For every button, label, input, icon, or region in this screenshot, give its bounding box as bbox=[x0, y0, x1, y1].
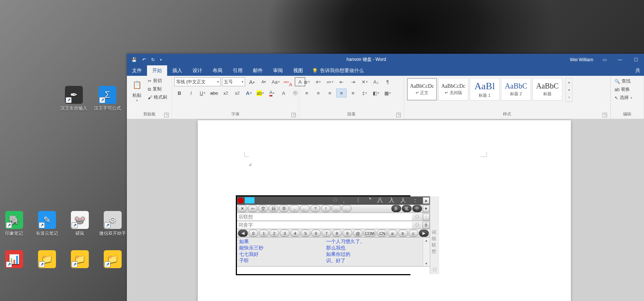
ime-digit-7[interactable]: 7 bbox=[322, 230, 331, 237]
ime-down-button[interactable]: ▼ bbox=[423, 205, 429, 212]
styles-launcher[interactable]: ↘ bbox=[603, 113, 607, 117]
ime-punct[interactable]: ？ bbox=[310, 205, 320, 212]
underline-button[interactable]: U▾ bbox=[197, 89, 208, 97]
ime-panel[interactable]: 《》 、 〈 〝 八 入 人 ： ▲ ✕⇦空回学，。？！…、多笔中▼ 后联想 《… bbox=[236, 195, 410, 275]
ime-punct[interactable]: ， bbox=[290, 205, 299, 212]
ime-digit-b[interactable]: b bbox=[398, 230, 408, 237]
ime-digit-0[interactable]: 0 bbox=[248, 230, 258, 237]
ime-punct[interactable]: … bbox=[331, 205, 341, 212]
increase-indent-button[interactable]: ⇥ bbox=[348, 77, 358, 86]
font-launcher[interactable]: ↘ bbox=[291, 113, 296, 117]
undo-icon[interactable]: ↶ bbox=[142, 57, 146, 62]
align-left-button[interactable]: ≡ bbox=[301, 89, 312, 97]
desktop-icon-hanwang-zodiac[interactable]: ✒↗汉王生肖输入 bbox=[60, 86, 88, 112]
find-button[interactable]: 🔍查找 bbox=[615, 78, 632, 84]
ime-predict-item[interactable]: 如果 bbox=[239, 238, 326, 245]
ime-key-学[interactable]: 学 bbox=[279, 205, 289, 212]
ime-key-空[interactable]: 空 bbox=[258, 205, 268, 212]
desktop-icon-wechat-multi[interactable]: ⚙↗微信双开助手 bbox=[99, 211, 127, 237]
ime-up-button[interactable]: ▲ bbox=[423, 197, 429, 204]
desktop-icon-folder2[interactable]: 📁↗ bbox=[66, 250, 94, 270]
enclose-char-button[interactable]: ㊥ bbox=[290, 89, 300, 97]
ime-digit-4[interactable]: 4 bbox=[290, 230, 300, 237]
ime-digits-next[interactable]: ▶ bbox=[419, 230, 429, 237]
ime-digit-8[interactable]: 8 bbox=[332, 230, 342, 237]
tab-视图[interactable]: 视图 bbox=[288, 65, 308, 76]
ime-predict-item[interactable]: 能快乐三秒 bbox=[239, 245, 326, 251]
borders-button[interactable]: ▦▾ bbox=[382, 89, 393, 97]
superscript-button[interactable]: x2 bbox=[232, 89, 243, 97]
justify-button[interactable]: ≡ bbox=[336, 89, 347, 97]
grow-font-button[interactable]: A▴ bbox=[247, 77, 257, 86]
tab-开始[interactable]: 开始 bbox=[147, 65, 167, 76]
bullets-button[interactable]: ≣▾ bbox=[301, 77, 312, 86]
shrink-font-button[interactable]: A▾ bbox=[259, 77, 269, 86]
ime-cand1[interactable]: 后联想 bbox=[237, 214, 412, 220]
ime-digit-2[interactable]: 2 bbox=[269, 230, 279, 237]
format-painter-button[interactable]: 🖌格式刷 bbox=[147, 94, 168, 101]
tab-设计[interactable]: 设计 bbox=[187, 65, 207, 76]
tab-邮件[interactable]: 邮件 bbox=[248, 65, 268, 76]
ime-predict-item[interactable]: 一个人习惯久了。 bbox=[326, 238, 413, 245]
ime-predict-item[interactable]: 七七我好 bbox=[239, 251, 326, 257]
ime-punct[interactable]: 。 bbox=[300, 205, 310, 212]
ime-key-回[interactable]: 回 bbox=[269, 205, 278, 212]
ime-punct[interactable]: 、 bbox=[342, 205, 351, 212]
ime-top-chars[interactable]: 、 〈 〝 八 入 人 ： bbox=[340, 197, 422, 204]
style-标题 1[interactable]: AaBl标题 1 bbox=[470, 78, 500, 100]
phonetic-guide-button[interactable]: wénA bbox=[282, 77, 293, 86]
ime-sound-button[interactable]: 音 bbox=[423, 222, 429, 229]
tell-me[interactable]: 💡告诉我你想要做什么 bbox=[308, 65, 368, 76]
tab-引用[interactable]: 引用 bbox=[228, 65, 248, 76]
ime-digits-prev[interactable]: ◀ bbox=[238, 230, 248, 237]
font-name-select[interactable]: 等线 (中文正文 bbox=[174, 77, 221, 86]
ime-selection[interactable] bbox=[245, 197, 254, 204]
ime-digit-COM[interactable]: COM bbox=[363, 230, 376, 237]
shading-button[interactable]: ◧▾ bbox=[371, 89, 381, 97]
desktop-icon-app-red[interactable]: 📊↗ bbox=[0, 250, 28, 270]
distributed-button[interactable]: ≡ bbox=[348, 89, 358, 97]
numbering-button[interactable]: ≡▾ bbox=[313, 77, 323, 86]
desktop-icon-youdao[interactable]: ✎↗有道云笔记 bbox=[33, 211, 61, 237]
select-button[interactable]: ↖选择▾ bbox=[615, 94, 632, 101]
italic-button[interactable]: I bbox=[186, 89, 196, 97]
ime-digit-@[interactable]: @ bbox=[353, 230, 363, 237]
asian-layout-button[interactable]: ✕▾ bbox=[359, 77, 370, 86]
tab-审阅[interactable]: 审阅 bbox=[268, 65, 288, 76]
desktop-icon-shuoshu[interactable]: 🐭↗硕鼠 bbox=[66, 211, 94, 237]
cut-button[interactable]: ✂剪切 bbox=[147, 77, 168, 84]
ime-mode-多[interactable]: 多 bbox=[391, 205, 401, 212]
replace-button[interactable]: ab替换 bbox=[615, 86, 632, 93]
minimize-button[interactable]: — bbox=[616, 55, 625, 64]
ime-cand2-page[interactable]: 《》 bbox=[412, 222, 422, 228]
ime-predict-list[interactable]: 如果能快乐三秒七七我好子听一个人习惯久了。那么我也如果你过的识。好了 bbox=[237, 238, 423, 266]
user-name[interactable]: Wei William bbox=[570, 57, 593, 62]
font-color-button[interactable]: A▾ bbox=[267, 89, 277, 97]
ime-key[interactable]: ⇦ bbox=[248, 205, 257, 212]
share-button[interactable]: 共 bbox=[632, 65, 644, 76]
ime-scrollbar[interactable]: ▴▾ bbox=[423, 238, 430, 266]
ime-cand1-opt[interactable]: ⋮ bbox=[423, 214, 429, 220]
copy-button[interactable]: ⧉复制 bbox=[147, 86, 168, 93]
style-标题[interactable]: AaBbC标题 bbox=[532, 78, 562, 100]
ime-digit-6[interactable]: 6 bbox=[311, 230, 321, 237]
bold-button[interactable]: B bbox=[174, 89, 185, 97]
line-spacing-button[interactable]: ‡▾ bbox=[359, 89, 370, 97]
font-size-select[interactable]: 五号 bbox=[222, 77, 245, 86]
ime-predict-item[interactable]: 如果你过的 bbox=[326, 251, 413, 257]
change-case-button[interactable]: Aa▾ bbox=[271, 77, 281, 86]
sort-button[interactable]: A↓ bbox=[371, 77, 381, 86]
align-right-button[interactable]: ≡ bbox=[325, 89, 335, 97]
subscript-button[interactable]: x2 bbox=[221, 89, 231, 97]
ime-digit-.CN[interactable]: .CN bbox=[377, 230, 387, 237]
ime-input-strip[interactable] bbox=[237, 266, 430, 274]
paragraph-launcher[interactable]: ↘ bbox=[396, 113, 401, 117]
highlight-button[interactable]: ab▾ bbox=[255, 89, 266, 97]
ime-digit-5[interactable]: 5 bbox=[301, 230, 310, 237]
style-↵ 正文[interactable]: AaBbCcDc↵ 正文 bbox=[407, 78, 437, 100]
ime-top-prev[interactable]: 《》 bbox=[330, 197, 340, 204]
multilevel-button[interactable]: ≔▾ bbox=[325, 77, 335, 86]
ime-predict-item[interactable]: 识。好了 bbox=[326, 257, 413, 264]
maximize-button[interactable]: ☐ bbox=[631, 55, 640, 64]
qat-more-icon[interactable]: ▾ bbox=[160, 58, 162, 62]
